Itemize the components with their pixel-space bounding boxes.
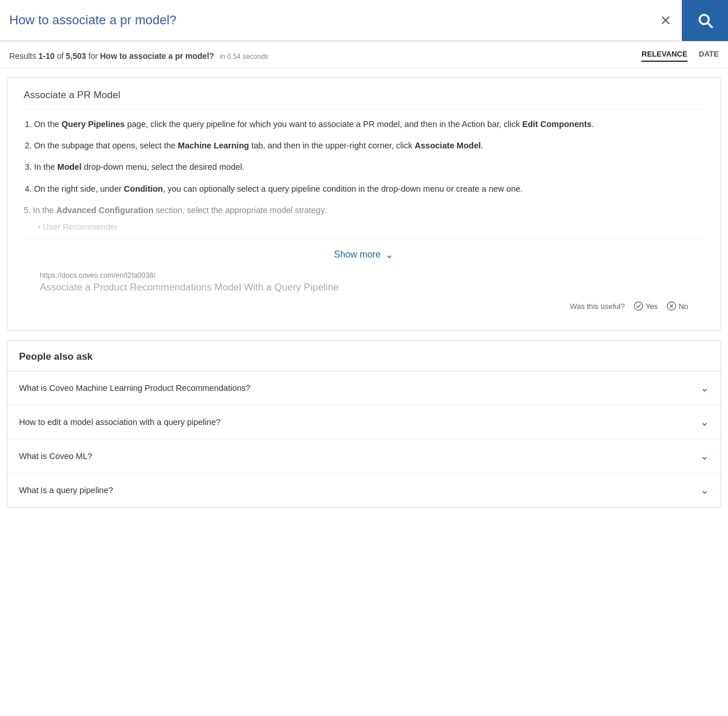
results-total: 5,503 — [66, 51, 86, 61]
paa-question-0: What is Coveo Machine Learning Product R… — [19, 383, 251, 393]
sort-options: RELEVANCE DATE — [641, 50, 719, 62]
feedback-no-label: No — [678, 302, 688, 311]
result-link-title[interactable]: Associate a Product Recommendations Mode… — [40, 282, 688, 293]
results-meta: Results 1-10 of 5,503 for How to associa… — [0, 42, 728, 68]
paa-item-1[interactable]: How to edit a model association with a q… — [8, 405, 720, 439]
feedback-no-button[interactable]: No — [667, 301, 688, 311]
sort-relevance[interactable]: RELEVANCE — [641, 50, 687, 62]
show-more-row: Show more ⌄ — [24, 238, 704, 266]
feedback-row: Was this useful? Yes No — [24, 297, 704, 319]
results-count-text: Results 1-10 of 5,503 for How to associa… — [9, 51, 268, 61]
step-5: 5. In the Advanced Configuration section… — [24, 204, 704, 217]
show-more-button[interactable]: Show more ⌄ — [334, 248, 394, 261]
chevron-down-icon: ⌄ — [385, 248, 394, 261]
paa-item-3[interactable]: What is a query pipeline? ⌄ — [8, 473, 720, 507]
results-range: 1-10 — [39, 51, 55, 61]
feedback-yes-label: Yes — [645, 302, 658, 311]
result-link-section: https://docs.coveo.com/en/l2fa0038/ Asso… — [24, 266, 704, 297]
chevron-down-icon-3: ⌄ — [700, 484, 709, 497]
step-2: On the subpage that opens, select the Ma… — [34, 139, 704, 152]
paa-item-2[interactable]: What is Coveo ML? ⌄ — [8, 439, 720, 473]
feedback-yes-button[interactable]: Yes — [634, 301, 658, 311]
clear-button[interactable] — [649, 0, 682, 41]
featured-content: On the Query Pipelines page, click the q… — [24, 118, 704, 234]
paa-header: People also ask — [8, 341, 720, 371]
step-5-subitem: • User Recommender — [24, 221, 704, 234]
search-button[interactable] — [682, 0, 728, 41]
paa-question-3: What is a query pipeline? — [19, 486, 113, 495]
featured-result-card: Associate a PR Model On the Query Pipeli… — [7, 77, 721, 331]
sort-date[interactable]: DATE — [699, 50, 719, 62]
result-url: https://docs.coveo.com/en/l2fa0038/ — [40, 271, 688, 279]
search-bar — [0, 0, 728, 42]
step-4: On the right side, under Condition, you … — [34, 182, 704, 196]
results-time: in 0.54 seconds — [220, 53, 268, 61]
paa-item-0[interactable]: What is Coveo Machine Learning Product R… — [8, 371, 720, 405]
chevron-down-icon-0: ⌄ — [700, 382, 709, 394]
step-3: In the Model drop-down menu, select the … — [34, 161, 704, 174]
paa-question-2: What is Coveo ML? — [19, 452, 92, 461]
step-1: On the Query Pipelines page, click the q… — [34, 118, 704, 131]
chevron-down-icon-1: ⌄ — [700, 416, 709, 428]
people-also-ask-section: People also ask What is Coveo Machine Le… — [7, 340, 721, 508]
show-more-label: Show more — [334, 249, 381, 260]
results-query: How to associate a pr model? — [100, 51, 214, 61]
feedback-question: Was this useful? — [570, 302, 625, 311]
svg-point-2 — [634, 302, 643, 310]
search-input[interactable] — [9, 13, 649, 28]
featured-title: Associate a PR Model — [24, 90, 704, 110]
paa-question-1: How to edit a model association with a q… — [19, 417, 221, 427]
chevron-down-icon-2: ⌄ — [700, 450, 709, 463]
